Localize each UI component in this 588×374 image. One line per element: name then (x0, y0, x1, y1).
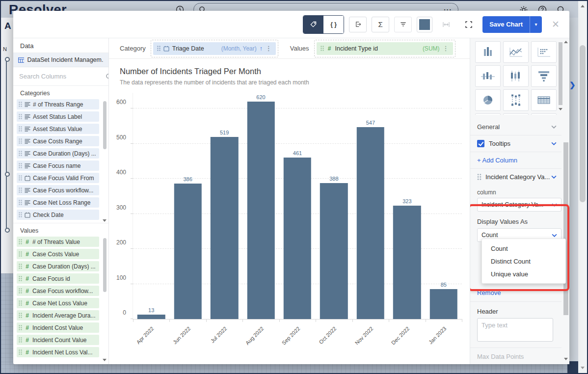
chart-type-funnel[interactable] (531, 65, 557, 87)
dataset-item[interactable]: DataSet Incident Managem... (13, 53, 108, 67)
category-item[interactable]: Case Focus Valid From (17, 173, 99, 183)
header-input[interactable] (477, 318, 553, 342)
display-values-option[interactable]: Count (482, 242, 565, 255)
value-item[interactable]: #Incident Count Value (17, 335, 99, 345)
sort-ascending-icon[interactable]: ↑ (260, 45, 263, 52)
display-values-option[interactable]: Distinct Count (482, 255, 565, 267)
bar-Nov 2022[interactable] (357, 127, 384, 319)
scroll-down-icon[interactable] (581, 367, 585, 369)
chart-type-bar[interactable] (475, 41, 501, 63)
chart-type-line[interactable] (503, 41, 529, 63)
value-item[interactable]: #Case Costs Value (17, 249, 99, 259)
insert-field-button[interactable] (349, 17, 367, 32)
chevron-down-icon[interactable] (551, 175, 557, 179)
fullscreen-button[interactable] (460, 17, 478, 32)
category-item[interactable]: Case Duration (Days) ... (17, 148, 99, 159)
chart-type-waterfall[interactable] (475, 65, 501, 87)
tag-mode-button[interactable] (303, 16, 323, 33)
category-item[interactable]: Asset Status Value (17, 124, 99, 134)
chart-type-tile[interactable] (475, 113, 501, 115)
drag-handle-icon[interactable] (19, 337, 22, 343)
bar-Jun 2022[interactable] (174, 184, 201, 319)
value-item[interactable]: #Case Focus id (17, 273, 99, 284)
drag-handle-icon[interactable] (19, 138, 22, 144)
categories-scroll-down-icon[interactable] (103, 219, 107, 222)
categories-scrollbar-thumb[interactable] (103, 101, 107, 149)
formula-mode-button[interactable]: { } (323, 16, 344, 33)
kebab-menu-icon[interactable]: ⋮ (266, 45, 272, 52)
bar-Aug 2022[interactable] (247, 102, 274, 319)
general-section-header[interactable]: General (470, 119, 561, 135)
settings-scrollbar[interactable] (562, 38, 569, 364)
value-item[interactable]: #Incident Net Loss Val... (17, 347, 99, 357)
search-columns-input[interactable] (19, 73, 106, 80)
category-dropzone[interactable]: Triage Date (Month, Year) ↑ ⋮ (151, 40, 278, 57)
scrollbar-thumb[interactable] (580, 45, 586, 202)
category-item[interactable]: # of Threats Range (17, 99, 99, 109)
value-item[interactable]: #Case Focus workflow... (17, 286, 99, 296)
tooltips-checkbox[interactable] (477, 140, 484, 147)
drag-handle-icon[interactable] (19, 187, 22, 193)
chart-type-tile[interactable] (531, 113, 557, 115)
value-item[interactable]: #Case Duration (Days) ... (17, 261, 99, 271)
drag-handle-icon[interactable] (19, 276, 22, 281)
chart-type-pie[interactable] (475, 89, 501, 111)
category-item[interactable]: Asset Status Label (17, 111, 99, 122)
chevron-down-icon[interactable] (551, 142, 557, 145)
chart-type-scatter[interactable] (531, 41, 557, 63)
kebab-menu-icon[interactable]: ⋮ (443, 45, 449, 52)
bar-Sep 2022[interactable] (284, 158, 311, 319)
scroll-up-icon[interactable] (581, 5, 585, 7)
value-item[interactable]: #Incident Average Dura... (17, 310, 99, 321)
column-select[interactable]: Incident Category Va... (477, 198, 561, 212)
save-chart-caret-button[interactable]: ▾ (530, 16, 542, 33)
drag-handle-icon[interactable] (19, 325, 22, 330)
scroll-down-icon[interactable] (564, 358, 568, 360)
value-item[interactable]: #Incident Cost Value (17, 322, 99, 333)
bar-Dec 2022[interactable] (393, 206, 421, 319)
drag-handle-icon[interactable] (321, 46, 324, 51)
drag-handle-icon[interactable] (477, 174, 481, 180)
values-scrollbar-thumb[interactable] (103, 238, 107, 292)
filter-button[interactable] (394, 17, 412, 32)
drag-handle-icon[interactable] (19, 264, 22, 269)
chart-grid-scroll-down-icon[interactable] (559, 108, 562, 110)
close-button[interactable]: ✕ (550, 19, 561, 30)
value-item[interactable]: #Case Net Loss Value (17, 298, 99, 308)
category-item[interactable]: Case Net Loss Range (17, 197, 99, 208)
drag-handle-icon[interactable] (19, 175, 22, 181)
values-pill[interactable]: # Incident Type id (SUM) ⋮ (317, 42, 453, 55)
drag-handle-icon[interactable] (19, 239, 22, 244)
chart-type-tile[interactable] (503, 113, 529, 115)
bar-Jan 2023[interactable] (430, 289, 457, 319)
category-item[interactable]: Case Focus name (17, 160, 99, 171)
drag-handle-icon[interactable] (19, 313, 22, 318)
tooltip-column-item[interactable]: Incident Category Va... (470, 168, 561, 185)
drag-handle-icon[interactable] (19, 212, 22, 217)
drag-handle-icon[interactable] (19, 200, 22, 205)
category-item[interactable]: Case Focus workflow... (17, 185, 99, 195)
save-chart-button[interactable]: Save Chart (482, 16, 530, 33)
bar-Oct 2022[interactable] (320, 183, 347, 319)
expand-chevron-icon[interactable]: ❯ (569, 80, 576, 89)
bar-Jul 2022[interactable] (211, 137, 238, 319)
drag-handle-icon[interactable] (19, 151, 22, 156)
add-column-link[interactable]: + Add Column (470, 152, 561, 168)
scrollbar-thumb[interactable] (563, 142, 568, 315)
category-item[interactable]: Case Costs Range (17, 136, 99, 146)
values-scroll-down-icon[interactable] (103, 359, 107, 361)
value-item[interactable]: ## of Threats Value (17, 237, 99, 247)
sum-button[interactable]: Σ (372, 17, 389, 32)
values-dropzone[interactable]: # Incident Type id (SUM) ⋮ (314, 40, 455, 57)
bar-Apr 2022[interactable] (137, 315, 165, 319)
chart-type-boxplot[interactable] (503, 89, 529, 111)
chart-type-table[interactable] (531, 89, 557, 111)
chart-grid-scrollbar-thumb[interactable] (559, 42, 562, 105)
bar-width-button[interactable] (437, 17, 455, 32)
drag-handle-icon[interactable] (19, 102, 22, 107)
category-pill[interactable]: Triage Date (Month, Year) ↑ ⋮ (153, 42, 276, 55)
drag-handle-icon[interactable] (19, 349, 22, 355)
color-picker-button[interactable] (417, 17, 432, 32)
chart-type-candlestick[interactable] (503, 65, 529, 87)
drag-handle-icon[interactable] (19, 300, 22, 306)
